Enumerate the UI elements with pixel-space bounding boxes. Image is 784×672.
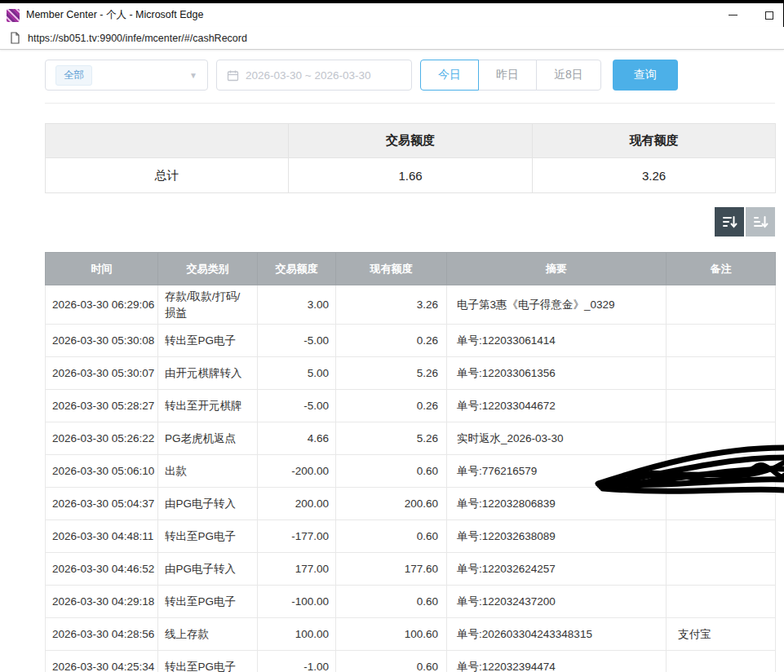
cell-current-amount: 0.60: [336, 651, 447, 672]
cell-category: 转出至PG电子: [158, 325, 258, 357]
date-range-input[interactable]: 2026-03-30 ~ 2026-03-30: [216, 60, 412, 91]
cell-transaction-amount: -177.00: [258, 520, 336, 553]
cell-time: 2026-03-30 05:30:08: [46, 325, 158, 357]
table-row: 2026-03-30 04:48:11 转出至PG电子 -177.00 0.60…: [46, 520, 776, 553]
cell-summary: 单号:122033044672: [447, 390, 667, 422]
window-title: Member Center - 个人 - Microsoft Edge: [26, 8, 729, 22]
today-button[interactable]: 今日: [420, 60, 479, 91]
cell-transaction-amount: 177.00: [258, 553, 336, 586]
cell-time: 2026-03-30 05:04:37: [46, 488, 158, 520]
cell-summary: 单号:122032624257: [447, 553, 667, 586]
date-range-value: 2026-03-30 ~ 2026-03-30: [246, 69, 371, 82]
last-8-days-button[interactable]: 近8日: [536, 60, 601, 91]
summary-header-current-amount: 现有额度: [533, 124, 776, 158]
transaction-table-body: 2026-03-30 06:29:06 存款/取款/打码/损益 3.00 3.2…: [46, 285, 776, 672]
transaction-table: 时间 交易类别 交易额度 现有额度 摘要 备注 2026-03-30 06:29…: [45, 252, 776, 672]
maximize-icon[interactable]: [765, 11, 773, 20]
column-header-category: 交易类别: [158, 253, 258, 285]
browser-url-bar[interactable]: https://sb051.tv:9900/infe/mcenter/#/cas…: [0, 27, 784, 50]
cell-time: 2026-03-30 06:29:06: [46, 285, 158, 325]
cell-transaction-amount: 100.00: [258, 618, 336, 651]
cell-category: 线上存款: [158, 618, 258, 651]
cell-transaction-amount: -1.00: [258, 651, 336, 672]
cell-category: 由开元棋牌转入: [158, 357, 258, 390]
cell-category: 转出至PG电子: [158, 520, 258, 553]
table-row: 2026-03-30 04:28:56 线上存款 100.00 100.60 单…: [46, 618, 776, 651]
table-row: 2026-03-30 05:06:10 出款 -200.00 0.60 单号:7…: [46, 455, 776, 488]
column-header-time: 时间: [46, 253, 158, 285]
cell-current-amount: 100.60: [336, 618, 447, 651]
cell-current-amount: 0.26: [336, 390, 447, 422]
column-header-current-amount: 现有额度: [336, 253, 447, 285]
column-header-summary: 摘要: [447, 253, 667, 285]
cell-transaction-amount: 4.66: [258, 422, 336, 455]
sort-ascending-button[interactable]: [746, 207, 775, 237]
category-dropdown[interactable]: 全部 ▼: [45, 60, 208, 91]
cell-remark: [667, 586, 776, 618]
cell-transaction-amount: -5.00: [258, 325, 336, 357]
table-row: 2026-03-30 05:04:37 由PG电子转入 200.00 200.6…: [46, 488, 776, 520]
summary-balance-total: 3.26: [533, 158, 776, 193]
table-row: 2026-03-30 04:25:34 转出至PG电子 -1.00 0.60 单…: [46, 651, 776, 672]
cell-transaction-amount: -5.00: [258, 390, 336, 422]
cell-transaction-amount: -100.00: [258, 586, 336, 618]
cell-remark: [667, 390, 776, 422]
yesterday-button[interactable]: 昨日: [478, 60, 537, 91]
cell-summary: 单号:122033061414: [447, 325, 667, 357]
calendar-icon: [227, 69, 239, 82]
cell-current-amount: 0.60: [336, 520, 447, 553]
minimize-icon[interactable]: [729, 15, 737, 15]
summary-transaction-total: 1.66: [289, 158, 533, 193]
quick-date-button-group: 今日 昨日 近8日: [420, 60, 601, 91]
cell-remark: [667, 488, 776, 520]
cell-category: 由PG电子转入: [158, 488, 258, 520]
search-button[interactable]: 查询: [613, 60, 678, 91]
cell-summary: 单号:122033061356: [447, 357, 667, 390]
sort-descending-button[interactable]: [715, 207, 744, 237]
cell-category: 转出至PG电子: [158, 586, 258, 618]
sort-asc-icon: [752, 214, 768, 230]
cell-current-amount: 5.26: [336, 357, 447, 390]
cell-summary: 单号:122032437200: [447, 586, 667, 618]
summary-table: 交易额度 现有额度 总计 1.66 3.26: [45, 123, 776, 193]
cell-category: 存款/取款/打码/损益: [158, 285, 258, 325]
site-info-icon: [10, 32, 20, 44]
cell-category: 转出至开元棋牌: [158, 390, 258, 422]
cell-current-amount: 200.60: [336, 488, 447, 520]
cell-summary: 单号:122032806839: [447, 488, 667, 520]
cell-category: PG老虎机返点: [158, 422, 258, 455]
sort-desc-icon: [721, 214, 737, 230]
cell-summary: 单号:122032394474: [447, 651, 667, 672]
cell-time: 2026-03-30 05:28:27: [46, 390, 158, 422]
cell-transaction-amount: 5.00: [258, 357, 336, 390]
url-text[interactable]: https://sb051.tv:9900/infe/mcenter/#/cas…: [28, 33, 247, 44]
cell-transaction-amount: -200.00: [258, 455, 336, 488]
cell-current-amount: 0.60: [336, 455, 447, 488]
table-row: 2026-03-30 05:28:27 转出至开元棋牌 -5.00 0.26 单…: [46, 390, 776, 422]
cell-remark: [667, 455, 776, 488]
cell-transaction-amount: 200.00: [258, 488, 336, 520]
table-row: 2026-03-30 05:30:07 由开元棋牌转入 5.00 5.26 单号…: [46, 357, 776, 390]
cell-summary: 单号:776216579: [447, 455, 667, 488]
summary-header-row: 交易额度 现有额度: [46, 124, 776, 158]
cell-summary: 电子第3惠《电子得意金》_0329: [447, 285, 667, 325]
cell-time: 2026-03-30 04:29:18: [46, 586, 158, 618]
cell-remark: [667, 553, 776, 586]
column-header-remark: 备注: [667, 253, 776, 285]
cell-remark: [667, 520, 776, 553]
cell-current-amount: 177.60: [336, 553, 447, 586]
window-titlebar: Member Center - 个人 - Microsoft Edge: [0, 3, 784, 27]
cell-time: 2026-03-30 05:06:10: [46, 455, 158, 488]
cell-summary: 单号:202603304243348315: [447, 618, 667, 651]
chevron-down-icon: ▼: [189, 71, 197, 80]
summary-total-row: 总计 1.66 3.26: [46, 158, 776, 193]
site-favicon-icon: [7, 9, 20, 22]
cell-remark: [667, 285, 776, 325]
table-row: 2026-03-30 04:46:52 由PG电子转入 177.00 177.6…: [46, 553, 776, 586]
cell-transaction-amount: 3.00: [258, 285, 336, 325]
cell-current-amount: 0.26: [336, 325, 447, 357]
table-row: 2026-03-30 05:30:08 转出至PG电子 -5.00 0.26 单…: [46, 325, 776, 357]
cell-current-amount: 0.60: [336, 586, 447, 618]
column-header-transaction-amount: 交易额度: [258, 253, 336, 285]
table-row: 2026-03-30 06:29:06 存款/取款/打码/损益 3.00 3.2…: [46, 285, 776, 325]
